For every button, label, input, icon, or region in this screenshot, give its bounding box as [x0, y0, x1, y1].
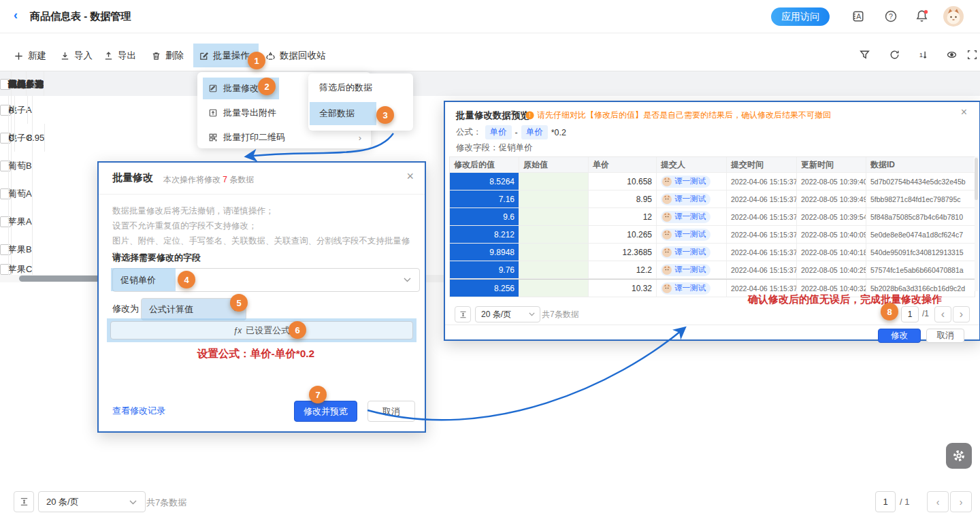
- export-button[interactable]: 导出: [103, 45, 136, 67]
- submitter-cell: 谭一测试: [657, 261, 727, 278]
- preview-next-page-button[interactable]: ›: [953, 306, 970, 322]
- preview-scrollbar-thumb[interactable]: [975, 158, 978, 200]
- prev-page-button[interactable]: ‹: [927, 491, 949, 512]
- row-height-button[interactable]: [14, 491, 34, 512]
- user-chip: 谭一测试: [661, 193, 710, 205]
- preview-page-total: /1: [922, 309, 929, 318]
- import-button[interactable]: 导入: [60, 45, 93, 67]
- delete-button[interactable]: 删除: [151, 45, 184, 67]
- original-value-cell: [519, 226, 589, 243]
- preview-modify-button[interactable]: 修改: [878, 329, 921, 343]
- app-access-button[interactable]: 应用访问: [771, 7, 830, 26]
- svg-text:A: A: [856, 12, 862, 20]
- submenu-arrow-icon: ›: [359, 133, 361, 143]
- plus-icon: [14, 51, 24, 61]
- modal-header: 批量修改 本次操作将修改 7 条数据 ×: [99, 163, 425, 195]
- batch-ops-button[interactable]: 批量操作: [199, 45, 250, 67]
- submenu-item-filtered-data[interactable]: 筛选后的数据: [314, 76, 408, 99]
- update-time-cell: 2022-08-05 10:39:40: [797, 173, 866, 190]
- formula-field-chip: 单价: [521, 125, 548, 139]
- modify-preview-button[interactable]: 修改并预览: [294, 401, 357, 422]
- translate-icon[interactable]: A: [851, 10, 865, 26]
- cell-depts: [0, 180, 8, 207]
- step-badge-1: 1: [248, 52, 265, 69]
- data-id-cell: 5fbb98271c84fd1ec798795c: [866, 190, 974, 207]
- back-icon[interactable]: ‹: [14, 8, 18, 22]
- visibility-eye-icon[interactable]: [946, 49, 958, 63]
- submit-time-cell: 2022-04-06 15:15:37: [727, 226, 797, 243]
- formula-row-highlight: ƒx 已设置公式: [107, 318, 416, 342]
- help-icon[interactable]: ?: [884, 10, 898, 26]
- import-icon: [60, 51, 70, 61]
- new-value-cell: 9.8948: [450, 244, 519, 261]
- cell-depts: [0, 235, 8, 263]
- next-page-button[interactable]: ›: [950, 491, 972, 512]
- original-value-cell: [519, 280, 589, 297]
- confirm-annotation: 确认修改后的值无误后，完成批量修改操作: [748, 293, 942, 306]
- unit-price-cell: 10.658: [589, 173, 657, 190]
- field-select-label: 请选择需要修改的字段: [112, 252, 201, 264]
- fullscreen-icon[interactable]: [966, 49, 978, 63]
- avatar[interactable]: [943, 6, 964, 29]
- page-input[interactable]: 1: [875, 491, 896, 512]
- user-avatar-icon: [662, 195, 672, 204]
- filter-icon[interactable]: [859, 49, 870, 63]
- formula-annotation: 设置公式：单价-单价*0.2: [197, 347, 314, 361]
- preview-row: 7.16 8.95 谭一测试 2022-04-06 15:15:37 2022-…: [450, 190, 975, 208]
- close-icon[interactable]: ×: [961, 106, 967, 118]
- user-chip: 谭一测试: [661, 246, 710, 259]
- user-chip: 谭一测试: [661, 264, 710, 276]
- refresh-icon[interactable]: [889, 49, 900, 63]
- page-size-select[interactable]: 20 条/页: [38, 491, 146, 512]
- formula-field-chip: 单价: [485, 125, 512, 139]
- cancel-button[interactable]: 取消: [368, 401, 415, 422]
- page-total: / 1: [900, 497, 909, 507]
- submenu-item-all-data[interactable]: 全部数据: [310, 102, 376, 125]
- view-history-link[interactable]: 查看修改记录: [112, 405, 165, 417]
- notification-bell-icon[interactable]: [915, 9, 929, 26]
- chevron-down-icon: [529, 312, 535, 316]
- preview-header-row: 修改后的值 原始值 单价 提交人 提交时间 更新时间 数据ID: [450, 157, 975, 173]
- table-header-row: 商品名称 规格 单价 促销单价 出厂日期 成员单选 成员多选 部门单选 部门多选: [0, 71, 980, 97]
- preview-scrollbar-track[interactable]: [975, 156, 978, 291]
- svg-text:1: 1: [919, 51, 923, 59]
- step-badge-2: 2: [258, 78, 276, 95]
- preview-page-input[interactable]: 1: [901, 306, 919, 322]
- row-height-icon: [459, 310, 468, 319]
- batch-edit-modal: 批量修改 本次操作将修改 7 条数据 × 数据批量修改后将无法撤销，请谨慎操作；…: [97, 161, 426, 433]
- formula-set-button[interactable]: ƒx 已设置公式: [110, 321, 413, 339]
- submit-time-cell: 2022-04-06 15:15:37: [727, 208, 797, 225]
- new-button[interactable]: 新建: [14, 45, 46, 67]
- new-value-cell: 9.76: [450, 261, 519, 278]
- app-window: ‹ 商品信息表 - 数据管理 应用访问 A ? 新建 导入 导出 删除: [0, 0, 980, 515]
- new-value-cell: 7.16: [450, 190, 519, 207]
- close-icon[interactable]: ×: [406, 169, 414, 184]
- row-height-button[interactable]: [455, 306, 471, 322]
- user-avatar-icon: [662, 284, 672, 293]
- header-dept-multi[interactable]: 部门多选: [0, 71, 44, 97]
- submitter-cell: 谭一测试: [657, 226, 727, 243]
- update-time-cell: 2022-08-05 10:40:25: [797, 261, 866, 278]
- modal-subtitle: 本次操作将修改 7 条数据: [163, 174, 254, 186]
- svg-text:?: ?: [889, 12, 893, 20]
- sort-icon[interactable]: 1: [917, 49, 929, 63]
- settings-fab[interactable]: [946, 443, 972, 469]
- submitter-cell: 谭一测试: [657, 280, 727, 297]
- unit-price-cell: 12: [589, 208, 657, 225]
- field-select[interactable]: 促销单价: [112, 268, 420, 292]
- user-avatar-icon: [662, 265, 672, 275]
- preview-prev-page-button[interactable]: ‹: [934, 306, 951, 322]
- preview-table: 修改后的值 原始值 单价 提交人 提交时间 更新时间 数据ID 8.5264 1…: [449, 156, 975, 297]
- preview-page-size-select[interactable]: 20 条/页: [475, 306, 540, 322]
- preview-cancel-button[interactable]: 取消: [926, 329, 964, 343]
- data-id-cell: 540de95091fc340812913315: [866, 244, 974, 261]
- batch-edit-preview-modal: 批量修改数据预览 ! 请先仔细对比【修改后的值】是否是自己需要的结果后，确认修改…: [444, 101, 980, 341]
- user-chip: 谭一测试: [661, 229, 710, 241]
- unit-price-cell: 10.265: [589, 226, 657, 243]
- svg-text:!: !: [529, 112, 530, 118]
- submit-time-cell: 2022-04-06 15:15:37: [727, 190, 797, 207]
- recycle-bin-button[interactable]: 数据回收站: [265, 45, 326, 67]
- user-avatar-icon: [662, 212, 672, 222]
- step-badge-8: 8: [881, 303, 898, 320]
- gear-icon: [951, 448, 967, 464]
